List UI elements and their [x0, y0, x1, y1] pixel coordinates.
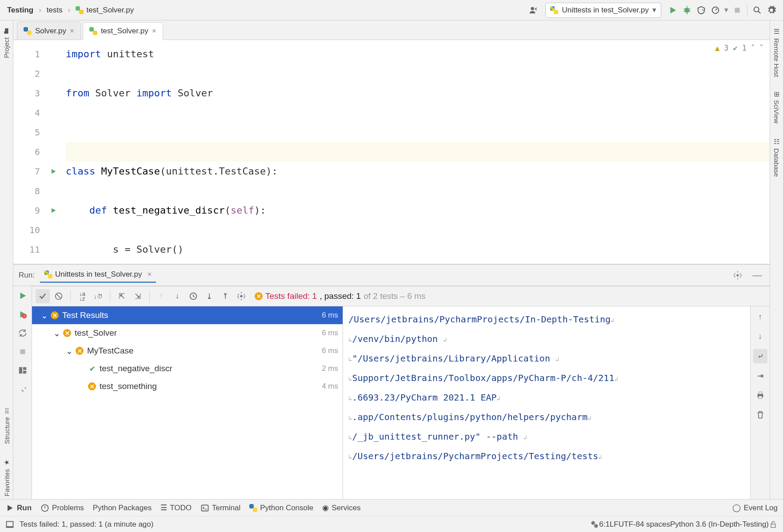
tool-window-toggle-icon[interactable] [5, 520, 14, 529]
code-editor[interactable]: 1234567891011 import unittest from Solve… [13, 40, 770, 264]
close-tab-icon[interactable]: × [152, 27, 156, 36]
run-tool-header: Run: Unittests in test_Solver.py × — [13, 265, 770, 286]
run-label: Run: [19, 271, 35, 280]
sort-alphabetically-button[interactable]: ↓a↓z [75, 289, 89, 303]
rerun-failed-button[interactable]: ! [16, 307, 30, 322]
todo-tool-tab[interactable]: ☰TODO [160, 503, 192, 512]
import-tests-button[interactable]: ⤓ [202, 289, 216, 303]
profile-button[interactable] [708, 3, 723, 17]
services-tool-tab[interactable]: ◉Services [322, 503, 360, 512]
scroll-to-end-button[interactable]: ⇥ [753, 369, 767, 383]
next-highlight-icon[interactable]: ˅ [759, 44, 763, 52]
test-tree-row[interactable]: ⌄✕MyTestCase6 ms [32, 342, 343, 360]
svg-rect-10 [23, 367, 26, 370]
run-line-icon[interactable] [50, 168, 57, 175]
search-everywhere-button[interactable] [750, 3, 764, 17]
expand-icon[interactable]: ⌄ [53, 328, 60, 338]
status-message: Tests failed: 1, passed: 1 (a minute ago… [20, 520, 153, 529]
check-icon: ✔ [733, 44, 738, 52]
structure-tool-button[interactable]: Structure ⠿ [3, 407, 11, 447]
inspection-widget[interactable]: ▲3 ✔1 ˄ ˅ [715, 44, 763, 52]
layout-button[interactable] [16, 363, 30, 377]
project-tool-button[interactable]: Project [3, 25, 10, 61]
add-configuration-user-icon[interactable] [527, 3, 541, 17]
test-tree-row[interactable]: ✔test_negative_discr2 ms [32, 360, 343, 377]
tool-settings-icon[interactable] [731, 268, 745, 282]
breadcrumb-file[interactable]: test_Solver.py [73, 5, 136, 16]
pin-button[interactable] [16, 382, 30, 396]
chevron-down-icon[interactable]: ▾ [723, 5, 730, 15]
svg-text:!: ! [24, 314, 24, 318]
file-encoding[interactable]: UTF-8 [619, 520, 640, 529]
editor-tab-test-solver[interactable]: test_Solver.py × [83, 22, 163, 40]
favorites-tool-button[interactable]: Favorites ★ [3, 456, 11, 499]
test-toolbar: ↓a↓z ↓⏱ ⇱ ⇲ ↑ ↓ ⤓ ⤒ ✕ T [32, 286, 770, 306]
stop-button[interactable] [730, 3, 744, 17]
prev-failed-button[interactable]: ↑ [154, 289, 168, 303]
test-tree[interactable]: ⌄✕Test Results6 ms⌄✕test_Solver6 ms⌄✕MyT… [32, 306, 343, 499]
database-tool-button[interactable]: ☷Database [773, 135, 781, 179]
test-tree-row[interactable]: ⌄✕test_Solver6 ms [32, 324, 343, 342]
problems-tool-tab[interactable]: Problems [40, 504, 84, 512]
breadcrumb-root[interactable]: Testing [4, 5, 36, 16]
run-gutter [44, 40, 62, 264]
expand-all-button[interactable]: ⇱ [115, 289, 129, 303]
editor-tabs: Solver.py × test_Solver.py × [13, 20, 770, 40]
stop-button[interactable] [16, 345, 30, 359]
chevron-down-icon: ▾ [652, 5, 656, 15]
coverage-button[interactable] [694, 3, 708, 17]
export-tests-button[interactable]: ⤒ [218, 289, 232, 303]
terminal-tool-tab[interactable]: Terminal [200, 504, 240, 512]
close-tab-icon[interactable]: × [70, 27, 74, 36]
print-button[interactable] [753, 388, 767, 402]
background-tasks-icon[interactable] [590, 520, 599, 529]
python-console-tool-tab[interactable]: Python Console [249, 504, 313, 512]
show-passed-button[interactable] [36, 289, 50, 303]
code-content[interactable]: import unittest from Solver import Solve… [62, 40, 770, 264]
debug-button[interactable] [680, 3, 694, 17]
collapse-all-button[interactable]: ⇲ [131, 289, 145, 303]
python-interpreter[interactable]: Python 3.6 (In-Depth-Testing) [670, 520, 769, 529]
run-configuration-selector[interactable]: Unittests in test_Solver.py ▾ [545, 3, 661, 18]
svg-rect-11 [23, 371, 26, 373]
next-failed-button[interactable]: ↓ [170, 289, 184, 303]
caret-position[interactable]: 6:1 [599, 520, 610, 529]
svg-point-14 [240, 295, 243, 298]
test-tree-row[interactable]: ✕test_something4 ms [32, 377, 343, 395]
hide-tool-window-icon[interactable]: — [750, 268, 764, 282]
test-console[interactable]: /Users/jetbrains/PycharmProjects/In-Dept… [343, 306, 750, 499]
show-ignored-button[interactable] [52, 289, 66, 303]
settings-button[interactable] [764, 3, 779, 17]
scroll-down-button[interactable]: ↓ [753, 330, 767, 344]
editor-tab-solver[interactable]: Solver.py × [17, 22, 81, 40]
prev-highlight-icon[interactable]: ˄ [751, 44, 755, 52]
run-tool-tab[interactable]: Run [5, 504, 32, 512]
line-separator[interactable]: LF [610, 520, 619, 529]
close-icon[interactable]: × [148, 270, 152, 279]
clear-button[interactable] [753, 408, 767, 422]
run-tab[interactable]: Unittests in test_Solver.py × [40, 267, 156, 283]
main-toolbar: Testing › tests › test_Solver.py Unittes… [0, 0, 783, 20]
left-tool-rail: Project Structure ⠿ Favorites ★ [0, 20, 13, 499]
indent-settings[interactable]: 4 spaces [640, 520, 670, 529]
toggle-auto-test-button[interactable] [16, 326, 30, 340]
sciview-tool-button[interactable]: ⊞SciView [773, 89, 781, 126]
python-packages-tool-tab[interactable]: Python Packages [93, 504, 152, 512]
soft-wrap-button[interactable]: ⤶ [753, 349, 767, 363]
scroll-up-button[interactable]: ↑ [753, 310, 767, 324]
event-log-tool-tab[interactable]: ◯Event Log [732, 503, 778, 512]
remote-host-tool-button[interactable]: ☰Remote Host [773, 25, 781, 80]
rerun-button[interactable] [16, 289, 30, 303]
sort-by-duration-button[interactable]: ↓⏱ [91, 289, 105, 303]
test-tree-row[interactable]: ⌄✕Test Results6 ms [32, 306, 343, 324]
svg-point-5 [736, 274, 739, 277]
expand-icon[interactable]: ⌄ [66, 346, 72, 356]
python-test-file-icon [76, 6, 84, 14]
run-button[interactable] [666, 3, 680, 17]
test-history-button[interactable] [186, 289, 200, 303]
lock-icon[interactable] [769, 520, 778, 529]
test-settings-button[interactable] [234, 289, 248, 303]
expand-icon[interactable]: ⌄ [41, 310, 47, 321]
run-line-icon[interactable] [50, 207, 57, 214]
breadcrumb-folder[interactable]: tests [44, 5, 65, 16]
